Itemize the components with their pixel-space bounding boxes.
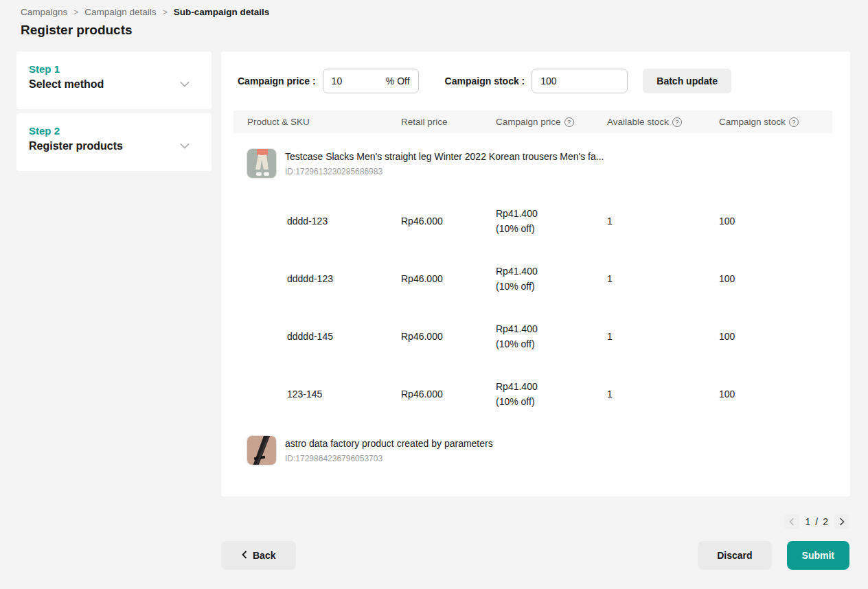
breadcrumb-separator: > bbox=[163, 8, 168, 17]
breadcrumb-campaign-details[interactable]: Campaign details bbox=[84, 7, 156, 17]
campaign-stock: 100 bbox=[719, 216, 819, 227]
footer-bar: Back Discard Submit bbox=[0, 529, 868, 570]
col-campaign-price: Campaign price ? bbox=[496, 117, 607, 127]
step-2-number: Step 2 bbox=[29, 125, 199, 137]
chevron-down-icon[interactable] bbox=[180, 139, 190, 152]
sku-name: dddd-123 bbox=[247, 216, 401, 227]
campaign-price: Rp41.400 (10% off) bbox=[496, 321, 607, 351]
step-2-label: Register products bbox=[29, 140, 199, 152]
product-name: astro data factory product created by pa… bbox=[285, 435, 493, 449]
product-name: Testcase Slacks Men's straight leg Winte… bbox=[285, 148, 604, 162]
sku-rows: dddd-123 Rp46.000 Rp41.400 (10% off) 1 1… bbox=[233, 192, 832, 423]
submit-button[interactable]: Submit bbox=[787, 541, 849, 570]
content-area: Step 1 Select method Step 2 Register pro… bbox=[0, 38, 868, 496]
available-stock: 1 bbox=[607, 389, 719, 400]
campaign-price-input[interactable] bbox=[332, 76, 380, 86]
product-info: astro data factory product created by pa… bbox=[285, 435, 493, 463]
sku-name: ddddd-145 bbox=[247, 331, 401, 342]
chevron-down-icon[interactable] bbox=[180, 78, 190, 90]
page-indicator: 1 / 2 bbox=[806, 516, 828, 527]
breadcrumb-sub-campaign-details: Sub-campaign details bbox=[174, 7, 270, 17]
campaign-price-label: Campaign price : bbox=[238, 76, 316, 86]
table-row: dddd-123 Rp46.000 Rp41.400 (10% off) 1 1… bbox=[233, 192, 832, 250]
retail-price: Rp46.000 bbox=[401, 273, 496, 284]
step-1-label: Select method bbox=[29, 78, 199, 91]
footer-actions: Discard Submit bbox=[698, 541, 849, 570]
product-info: Testcase Slacks Men's straight leg Winte… bbox=[285, 148, 604, 176]
product-row: astro data factory product created by pa… bbox=[233, 435, 832, 465]
percent-off-suffix: % Off bbox=[386, 76, 410, 86]
page-header: Campaigns > Campaign details > Sub-campa… bbox=[0, 0, 868, 38]
step-1-number: Step 1 bbox=[29, 63, 199, 75]
help-icon[interactable]: ? bbox=[564, 117, 574, 127]
steps-sidebar: Step 1 Select method Step 2 Register pro… bbox=[16, 51, 212, 171]
campaign-stock: 100 bbox=[719, 331, 819, 342]
prev-page-button[interactable] bbox=[784, 514, 799, 529]
page-separator: / bbox=[815, 516, 818, 527]
breadcrumb-separator: > bbox=[73, 8, 78, 17]
available-stock: 1 bbox=[607, 216, 719, 227]
campaign-price: Rp41.400 (10% off) bbox=[496, 206, 607, 236]
chevron-left-icon bbox=[242, 550, 247, 561]
sku-name: 123-145 bbox=[247, 389, 401, 400]
campaign-stock-label: Campaign stock : bbox=[445, 76, 525, 86]
campaign-stock: 100 bbox=[719, 389, 819, 400]
total-pages: 2 bbox=[823, 516, 828, 527]
table-header: Product & SKU Retail price Campaign pric… bbox=[233, 111, 832, 133]
retail-price: Rp46.000 bbox=[401, 389, 496, 400]
product-row: Testcase Slacks Men's straight leg Winte… bbox=[233, 148, 832, 178]
batch-update-button[interactable]: Batch update bbox=[643, 69, 731, 93]
current-page: 1 bbox=[806, 516, 811, 527]
product-id: ID:1729613230285686983 bbox=[285, 167, 604, 176]
available-stock: 1 bbox=[607, 273, 719, 284]
page-title: Register products bbox=[21, 23, 847, 38]
batch-controls: Campaign price : % Off Campaign stock : … bbox=[233, 69, 832, 93]
step-2-card[interactable]: Step 2 Register products bbox=[16, 113, 212, 171]
breadcrumb-campaigns[interactable]: Campaigns bbox=[21, 7, 67, 17]
breadcrumb: Campaigns > Campaign details > Sub-campa… bbox=[21, 7, 847, 17]
product-thumbnail bbox=[247, 435, 277, 465]
campaign-price-input-wrap: % Off bbox=[323, 69, 419, 93]
next-page-button[interactable] bbox=[834, 514, 849, 529]
available-stock: 1 bbox=[607, 331, 719, 342]
retail-price: Rp46.000 bbox=[401, 331, 496, 342]
col-product-sku: Product & SKU bbox=[247, 117, 401, 127]
product-id: ID:1729864236796053703 bbox=[285, 454, 493, 463]
discard-button[interactable]: Discard bbox=[698, 541, 771, 570]
table-row: 123-145 Rp46.000 Rp41.400 (10% off) 1 10… bbox=[233, 365, 832, 423]
register-products-panel: Campaign price : % Off Campaign stock : … bbox=[221, 51, 850, 496]
col-retail-price: Retail price bbox=[401, 117, 496, 127]
campaign-stock: 100 bbox=[719, 273, 819, 284]
table-row: ddddd-123 Rp46.000 Rp41.400 (10% off) 1 … bbox=[233, 250, 832, 308]
col-available-stock: Available stock ? bbox=[607, 117, 719, 127]
help-icon[interactable]: ? bbox=[789, 117, 799, 127]
campaign-stock-input[interactable] bbox=[540, 76, 589, 86]
pagination: 1 / 2 bbox=[0, 496, 868, 529]
table-row: ddddd-145 Rp46.000 Rp41.400 (10% off) 1 … bbox=[233, 308, 832, 365]
campaign-price: Rp41.400 (10% off) bbox=[496, 379, 607, 409]
back-button[interactable]: Back bbox=[221, 541, 296, 570]
product-thumbnail bbox=[247, 148, 277, 178]
col-campaign-stock: Campaign stock ? bbox=[719, 117, 819, 127]
campaign-price: Rp41.400 (10% off) bbox=[496, 264, 607, 294]
campaign-stock-input-wrap bbox=[532, 69, 628, 93]
retail-price: Rp46.000 bbox=[401, 216, 496, 227]
step-1-card[interactable]: Step 1 Select method bbox=[16, 51, 212, 109]
sku-name: ddddd-123 bbox=[247, 273, 401, 284]
help-icon[interactable]: ? bbox=[672, 117, 682, 127]
